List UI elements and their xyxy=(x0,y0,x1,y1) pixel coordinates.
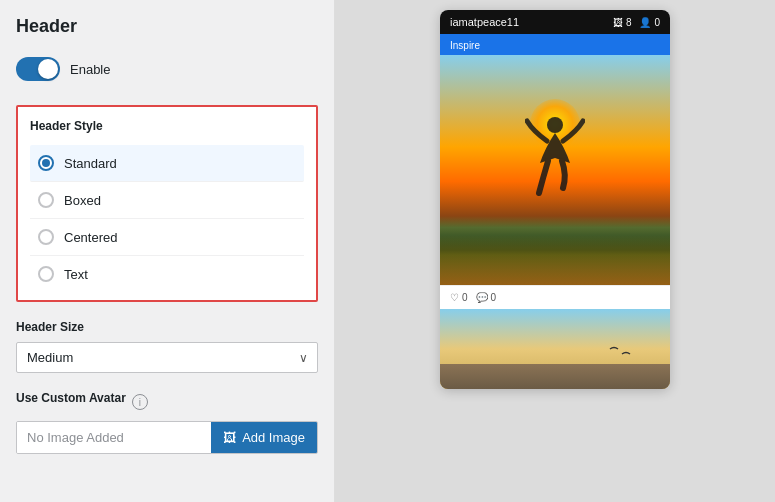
second-post-image xyxy=(440,309,670,389)
heart-action[interactable]: ♡ 0 xyxy=(450,292,468,303)
posts-icon: 🖼 xyxy=(613,17,623,28)
radio-circle-standard xyxy=(38,155,54,171)
header-size-select-wrapper: Small Medium Large ∨ xyxy=(16,342,318,373)
inspire-text: Inspire xyxy=(450,40,480,51)
avatar-label-row: Use Custom Avatar i xyxy=(16,391,318,413)
enable-label: Enable xyxy=(70,62,110,77)
radio-circle-boxed xyxy=(38,192,54,208)
svg-rect-2 xyxy=(440,364,670,389)
radio-text[interactable]: Text xyxy=(30,256,304,292)
instagram-header: iamatpeace11 🖼 8 👤 0 xyxy=(440,10,670,34)
enable-toggle-row: Enable xyxy=(16,51,318,87)
comment-count: 0 xyxy=(491,292,497,303)
radio-centered[interactable]: Centered xyxy=(30,219,304,256)
header-size-section: Header Size Small Medium Large ∨ xyxy=(16,320,318,373)
custom-avatar-section: Use Custom Avatar i No Image Added 🖼 Add… xyxy=(16,391,318,454)
comment-action[interactable]: 💬 0 xyxy=(476,292,497,303)
second-image-decoration xyxy=(440,309,670,389)
inspire-bar: Inspire xyxy=(440,34,670,55)
info-icon[interactable]: i xyxy=(132,394,148,410)
water-reflection xyxy=(440,235,670,285)
posts-count: 8 xyxy=(626,17,632,28)
header-style-label: Header Style xyxy=(30,119,304,133)
panel-title: Header xyxy=(16,16,318,37)
avatar-label: Use Custom Avatar xyxy=(16,391,126,405)
phone-frame: iamatpeace11 🖼 8 👤 0 Inspire xyxy=(440,10,670,389)
settings-panel: Header Enable Header Style Standard Boxe… xyxy=(0,0,335,502)
radio-label-standard: Standard xyxy=(64,156,117,171)
ig-username: iamatpeace11 xyxy=(450,16,519,28)
phone-container: iamatpeace11 🖼 8 👤 0 Inspire xyxy=(335,0,775,502)
main-post-image xyxy=(440,55,670,285)
radio-label-text: Text xyxy=(64,267,88,282)
avatar-field-row: No Image Added 🖼 Add Image xyxy=(16,421,318,454)
add-image-icon: 🖼 xyxy=(223,430,236,445)
ig-posts-stat: 🖼 8 xyxy=(613,17,632,28)
add-image-button[interactable]: 🖼 Add Image xyxy=(211,422,317,453)
radio-standard[interactable]: Standard xyxy=(30,145,304,182)
radio-boxed[interactable]: Boxed xyxy=(30,182,304,219)
followers-icon: 👤 xyxy=(639,17,651,28)
ig-followers-stat: 👤 0 xyxy=(639,17,660,28)
radio-label-centered: Centered xyxy=(64,230,117,245)
person-silhouette-icon xyxy=(525,113,585,233)
radio-label-boxed: Boxed xyxy=(64,193,101,208)
preview-panel: iamatpeace11 🖼 8 👤 0 Inspire xyxy=(335,0,775,502)
svg-point-0 xyxy=(547,117,563,133)
radio-circle-text xyxy=(38,266,54,282)
radio-circle-centered xyxy=(38,229,54,245)
comment-icon: 💬 xyxy=(476,292,488,303)
action-bar: ♡ 0 💬 0 xyxy=(440,285,670,309)
header-size-label: Header Size xyxy=(16,320,318,334)
no-image-text: No Image Added xyxy=(17,422,211,453)
enable-toggle[interactable] xyxy=(16,57,60,81)
followers-count: 0 xyxy=(654,17,660,28)
add-image-label: Add Image xyxy=(242,430,305,445)
header-style-section: Header Style Standard Boxed Centered Tex… xyxy=(16,105,318,302)
ig-stats: 🖼 8 👤 0 xyxy=(613,17,660,28)
heart-icon: ♡ xyxy=(450,292,459,303)
heart-count: 0 xyxy=(462,292,468,303)
header-size-select[interactable]: Small Medium Large xyxy=(16,342,318,373)
